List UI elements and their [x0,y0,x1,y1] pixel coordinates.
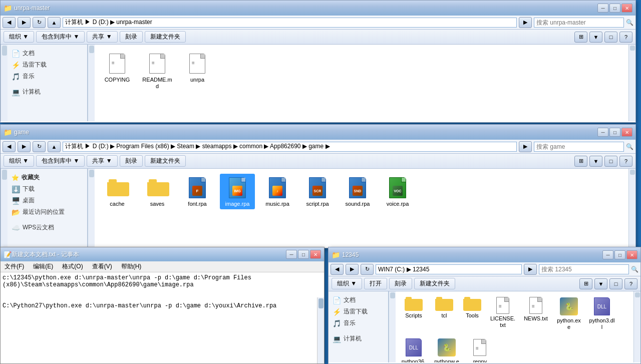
view-btn-1[interactable]: ⊞ [574,32,587,43]
file-tools[interactable]: Tools [460,294,485,332]
close-btn-2[interactable]: ✕ [621,128,632,137]
burn-btn-2[interactable]: 刻录 [120,155,143,167]
pane-btn-3[interactable]: □ [609,278,622,289]
organize-btn-1[interactable]: 组织 ▼ [4,31,34,43]
file-news[interactable]: NEWS.txt [521,294,551,332]
burn-btn-1[interactable]: 刻录 [120,31,143,43]
close-btn-3[interactable]: ✕ [626,250,637,259]
minimize-btn-2[interactable]: ─ [597,128,608,137]
view2-btn-2[interactable]: ▼ [589,156,602,167]
minimize-btn-3[interactable]: ─ [602,250,613,259]
new-folder-btn-3[interactable]: 新建文件夹 [414,278,455,289]
organize-btn-2[interactable]: 组织 ▼ [4,155,34,167]
scrollbar-mid-3[interactable] [389,291,396,362]
close-btn-notepad[interactable]: ✕ [310,250,321,259]
sidebar-item-download-2[interactable]: ⬇️ 下载 [8,183,87,195]
address-input-1[interactable] [63,18,517,28]
back-btn-1[interactable]: ◀ [3,17,16,28]
help-btn-1[interactable]: ? [619,32,632,43]
search-input-3[interactable] [539,264,629,274]
scrollbar-mid-2[interactable] [88,169,95,247]
maximize-btn-notepad[interactable]: □ [298,250,309,259]
sidebar-item-computer-3[interactable]: 💻 计算机 [329,333,388,344]
view-btn-3[interactable]: ⊞ [579,278,592,289]
file-font-rpa[interactable]: F font.rpa [180,174,215,209]
help-btn-3[interactable]: ? [624,278,637,289]
share-btn-2[interactable]: 共享 ▼ [87,155,117,167]
share-btn-1[interactable]: 共享 ▼ [87,31,117,43]
scrollbar-right-1[interactable] [628,45,635,121]
new-folder-btn-1[interactable]: 新建文件夹 [145,31,186,43]
refresh-btn-3[interactable]: ↻ [361,264,374,275]
back-btn-2[interactable]: ◀ [3,141,16,152]
include-lib-btn-1[interactable]: 包含到库中 ▼ [36,31,85,43]
scrollbar-right-2[interactable] [628,169,635,247]
pane-btn-2[interactable]: □ [604,156,617,167]
menu-edit[interactable]: 编辑(E) [31,261,55,272]
close-btn-1[interactable]: ✕ [621,4,632,13]
back-btn-3[interactable]: ◀ [331,264,344,275]
sidebar-item-music-1[interactable]: 🎵 音乐 [8,71,87,82]
include-lib-btn-2[interactable]: 包含到库中 ▼ [36,155,85,167]
scrollbar-right-3[interactable] [633,291,640,362]
minimize-btn-1[interactable]: ─ [597,4,608,13]
file-music-rpa[interactable]: ♪ music.rpa [260,174,295,209]
view2-btn-3[interactable]: ▼ [594,278,607,289]
file-license[interactable]: LICENSE.txt [488,294,518,332]
file-renpy[interactable]: ...renpy... [465,335,495,362]
menu-view[interactable]: 查看(V) [90,261,114,272]
sidebar-item-wps-2[interactable]: ☁️ WPS云文档 [8,222,87,233]
pane-btn-1[interactable]: □ [604,32,617,43]
menu-format[interactable]: 格式(O) [60,261,85,272]
file-script-rpa[interactable]: SCR script.rpa [300,174,335,209]
scrollbar-mid-1[interactable] [88,45,95,121]
refresh-btn-2[interactable]: ↻ [33,141,46,152]
file-unrpa[interactable]: unrpa [180,50,215,92]
help-btn-2[interactable]: ? [619,156,632,167]
search-input-1[interactable] [534,18,624,28]
file-python3-dll[interactable]: DLL python3.dll [587,294,617,332]
forward-btn-3[interactable]: ▶ [346,264,359,275]
sidebar-item-thunder-3[interactable]: ⚡ 迅雷下载 [329,306,388,317]
file-tcl[interactable]: tcl [432,294,457,332]
sidebar-item-thunder-1[interactable]: ⚡ 迅雷下载 [8,59,87,71]
address-input-3[interactable] [376,264,522,274]
file-sound-rpa[interactable]: SND sound.rpa [340,174,375,209]
file-python-exe[interactable]: 🐍 python.exe [554,294,584,332]
forward-btn-1[interactable]: ▶ [18,17,31,28]
notepad-scrollbar[interactable] [317,297,324,363]
maximize-btn-2[interactable]: □ [609,128,620,137]
search-input-2[interactable] [534,142,624,152]
sidebar-item-music-3[interactable]: 🎵 音乐 [329,317,388,329]
up-btn-2[interactable]: ▲ [48,141,61,152]
view2-btn-1[interactable]: ▼ [589,32,602,43]
up-btn-1[interactable]: ▲ [48,17,61,28]
file-COPYING[interactable]: COPYING [100,50,135,92]
file-saves[interactable]: saves [140,174,175,209]
minimize-btn-notepad[interactable]: ─ [286,250,297,259]
refresh-btn-1[interactable]: ↻ [33,17,46,28]
menu-file[interactable]: 文件(F) [3,261,26,272]
file-python36-dll[interactable]: DLL python36.dll [399,335,429,362]
menu-help[interactable]: 帮助(H) [119,261,144,272]
scrollbar-left-1[interactable] [1,45,8,121]
maximize-btn-1[interactable]: □ [609,4,620,13]
sidebar-item-desktop-2[interactable]: 🖥️ 桌面 [8,195,87,206]
forward-btn-2[interactable]: ▶ [18,141,31,152]
scrollbar-left-2[interactable] [1,169,8,247]
go-btn-3[interactable]: ▶ [524,264,537,275]
go-btn-2[interactable]: ▶ [519,141,532,152]
maximize-btn-3[interactable]: □ [614,250,625,259]
notepad-textarea[interactable]: c:\12345\python.exe d:\unrpa-master\unrp… [1,272,317,338]
burn-btn-3[interactable]: 刻录 [389,278,412,289]
new-folder-btn-2[interactable]: 新建文件夹 [145,155,186,167]
sidebar-item-docs-1[interactable]: 📄 文档 [8,48,87,59]
file-pythonw-exe[interactable]: 🐍 pythonw.exe [432,335,462,362]
file-scripts[interactable]: Scripts [399,294,429,332]
open-btn-3[interactable]: 打开 [364,278,387,289]
file-README[interactable]: README.md [140,50,175,92]
sidebar-item-docs-3[interactable]: 📄 文档 [329,294,388,306]
view-btn-2[interactable]: ⊞ [574,156,587,167]
file-voice-rpa[interactable]: VOC voice.rpa [380,174,415,209]
go-btn-1[interactable]: ▶ [519,17,532,28]
